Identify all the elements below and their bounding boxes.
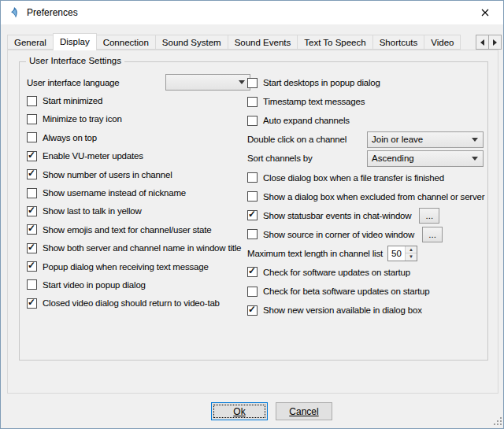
- row-show-number-of-users-in-channel: Show number of users in channel: [27, 165, 250, 183]
- checkbox-show-statusbar-events-in-chat-window[interactable]: [247, 210, 258, 220]
- label: Popup dialog when receiving text message: [43, 262, 209, 272]
- checkbox-show-number-of-users-in-channel[interactable]: [27, 169, 37, 179]
- row-double-click-on-a-channel: Double click on a channelJoin or leave: [247, 130, 484, 149]
- checkbox-show-source-in-corner-of-video-window[interactable]: [247, 229, 258, 239]
- tab-scroll-buttons: [476, 35, 502, 50]
- checkbox-closed-video-dialog-should-return-to-video-tab[interactable]: [27, 298, 37, 309]
- checkbox-start-desktops-in-popup-dialog[interactable]: [247, 78, 258, 88]
- resize-grip[interactable]: [493, 416, 502, 427]
- checkbox-enable-vu-meter-updates[interactable]: [27, 151, 37, 161]
- checkbox-show-emojis-and-text-for-channel-user-state[interactable]: [27, 224, 37, 235]
- ok-button-label: Ok: [233, 406, 245, 417]
- spin-up-icon[interactable]: ▲: [406, 246, 417, 254]
- checkbox-show-a-dialog-box-when-excluded-from-channel-or-server[interactable]: [247, 191, 258, 202]
- checkbox-auto-expand-channels[interactable]: [247, 116, 258, 126]
- ellipsis-button-show-source-in-corner-of-video-window[interactable]: ...: [422, 227, 443, 242]
- checkbox-close-dialog-box-when-a-file-transfer-is-finished[interactable]: [247, 172, 258, 183]
- row-auto-expand-channels: Auto expand channels: [247, 111, 484, 130]
- label: Always on top: [43, 133, 97, 142]
- label: Enable VU-meter updates: [43, 151, 143, 161]
- dropdown-user-interface-language[interactable]: [165, 74, 250, 91]
- label: Minimize to tray icon: [43, 114, 122, 124]
- row-show-username-instead-of-nickname: Show username instead of nickname: [27, 183, 250, 202]
- row-show-last-to-talk-in-yellow: Show last to talk in yellow: [27, 202, 250, 220]
- checkbox-start-minimized[interactable]: [27, 96, 37, 106]
- row-show-a-dialog-box-when-excluded-from-channel-or-server: Show a dialog box when excluded from cha…: [247, 187, 484, 206]
- close-button[interactable]: [467, 1, 503, 24]
- tab-connection[interactable]: Connection: [96, 35, 156, 50]
- tab-general[interactable]: General: [7, 35, 54, 50]
- checkbox-show-username-instead-of-nickname[interactable]: [27, 188, 37, 198]
- label: Show emojis and text for channel/user st…: [43, 225, 212, 235]
- row-timestamp-text-messages: Timestamp text messages: [247, 92, 484, 111]
- spin-down-icon[interactable]: ▼: [406, 253, 417, 261]
- tab-scroll-right-button[interactable]: [488, 35, 502, 50]
- checkbox-start-video-in-popup-dialog[interactable]: [27, 279, 37, 290]
- cancel-button[interactable]: Cancel: [276, 402, 332, 420]
- checkbox-show-new-version-available-in-dialog-box[interactable]: [247, 305, 258, 316]
- close-icon: [481, 7, 489, 19]
- window-title: Preferences: [27, 7, 78, 18]
- ok-button[interactable]: Ok: [211, 402, 268, 420]
- dropdown-value: Ascending: [368, 153, 472, 163]
- tab-sound-system[interactable]: Sound System: [155, 35, 228, 50]
- checkbox-minimize-to-tray-icon[interactable]: [27, 114, 37, 124]
- checkbox-timestamp-text-messages[interactable]: [247, 97, 258, 107]
- tab-shortcuts[interactable]: Shortcuts: [372, 35, 425, 50]
- spin-buttons: ▲▼: [405, 246, 417, 261]
- chevron-down-icon: [472, 157, 478, 161]
- row-enable-vu-meter-updates: Enable VU-meter updates: [27, 147, 250, 165]
- row-show-new-version-available-in-dialog-box: Show new version available in dialog box: [247, 301, 484, 320]
- row-start-desktops-in-popup-dialog: Start desktops in popup dialog: [247, 73, 484, 92]
- app-icon: [8, 6, 20, 19]
- label: Show a dialog box when excluded from cha…: [263, 192, 484, 202]
- tab-text-to-speech[interactable]: Text To Speech: [297, 35, 372, 50]
- checkbox-popup-dialog-when-receiving-text-message[interactable]: [27, 261, 37, 272]
- label: Show source in corner of video window: [263, 230, 414, 239]
- row-check-for-beta-software-updates-on-startup: Check for beta software updates on start…: [247, 282, 484, 301]
- arrow-right-icon: [493, 39, 497, 46]
- row-show-source-in-corner-of-video-window: Show source in corner of video window...: [247, 225, 484, 244]
- chevron-down-icon: [239, 80, 245, 84]
- title-bar: Preferences: [1, 1, 503, 24]
- label: Maximum text length in channel list: [247, 249, 383, 258]
- chevron-down-icon: [472, 138, 478, 142]
- label: Show number of users in channel: [43, 170, 172, 179]
- row-start-video-in-popup-dialog: Start video in popup dialog: [27, 276, 250, 294]
- group-user-interface-settings: User Interface Settings User interface l…: [19, 61, 488, 361]
- checkbox-check-for-beta-software-updates-on-startup[interactable]: [247, 287, 258, 297]
- dropdown-sort-channels-by[interactable]: Ascending: [367, 150, 484, 167]
- tab-scroll-left-button[interactable]: [476, 35, 489, 50]
- row-always-on-top: Always on top: [27, 128, 250, 146]
- spinbox-maximum-text-length-in-channel-list[interactable]: 50▲▼: [387, 246, 417, 261]
- label: Timestamp text messages: [263, 97, 365, 106]
- tab-video[interactable]: Video: [424, 35, 461, 50]
- label: Check for beta software updates on start…: [263, 287, 430, 296]
- label: User interface language: [27, 78, 120, 87]
- ellipsis-button-show-statusbar-events-in-chat-window[interactable]: ...: [419, 208, 439, 224]
- label: Start video in popup dialog: [43, 280, 146, 290]
- tab-display[interactable]: Display: [53, 33, 97, 50]
- preferences-window: Preferences GeneralDisplayConnectionSoun…: [0, 0, 504, 429]
- label: Closed video dialog should return to vid…: [43, 298, 220, 308]
- checkbox-always-on-top[interactable]: [27, 132, 37, 142]
- arrow-left-icon: [480, 39, 484, 46]
- tab-panel-display: User Interface Settings User interface l…: [7, 50, 498, 394]
- row-maximum-text-length-in-channel-list: Maximum text length in channel list50▲▼: [247, 244, 484, 263]
- checkbox-show-both-server-and-channel-name-in-window-title[interactable]: [27, 243, 37, 253]
- group-title: User Interface Settings: [26, 56, 124, 65]
- label: Show statusbar events in chat-window: [263, 211, 411, 220]
- row-show-both-server-and-channel-name-in-window-title: Show both server and channel name in win…: [27, 239, 250, 257]
- tab-sound-events[interactable]: Sound Events: [228, 35, 298, 50]
- dropdown-double-click-on-a-channel[interactable]: Join or leave: [367, 131, 484, 148]
- checkbox-check-for-software-updates-on-startup[interactable]: [247, 267, 258, 277]
- spin-value: 50: [388, 246, 405, 261]
- label: Close dialog box when a file transfer is…: [263, 173, 444, 183]
- label: Start desktops in popup dialog: [263, 78, 380, 87]
- row-show-statusbar-events-in-chat-window: Show statusbar events in chat-window...: [247, 206, 484, 225]
- label: Sort channels by: [247, 153, 312, 163]
- label: Check for software updates on startup: [263, 268, 410, 277]
- row-closed-video-dialog-should-return-to-video-tab: Closed video dialog should return to vid…: [27, 294, 250, 313]
- checkbox-show-last-to-talk-in-yellow[interactable]: [27, 206, 37, 216]
- left-column: User interface languageStart minimizedMi…: [27, 73, 250, 313]
